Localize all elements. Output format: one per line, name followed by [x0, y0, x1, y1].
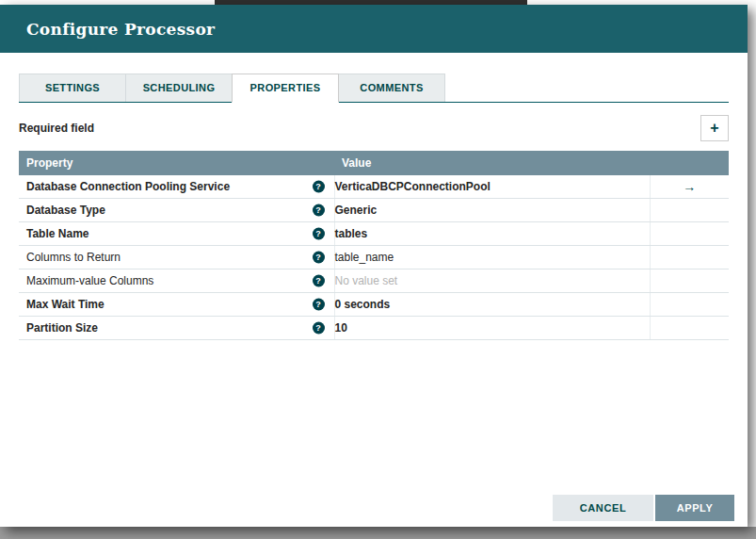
- tab-strip: SETTINGS SCHEDULING PROPERTIES COMMENTS: [19, 74, 729, 103]
- property-value[interactable]: 10: [335, 321, 347, 335]
- dialog-body: SETTINGS SCHEDULING PROPERTIES COMMENTS …: [0, 74, 748, 340]
- property-value[interactable]: table_name: [335, 251, 394, 264]
- add-property-button[interactable]: +: [700, 115, 729, 141]
- goto-service-icon[interactable]: →: [683, 179, 696, 194]
- table-row[interactable]: Partition Size? 10: [19, 317, 729, 340]
- property-value[interactable]: No value set: [335, 274, 398, 287]
- table-row[interactable]: Max Wait Time? 0 seconds: [19, 293, 729, 317]
- table-row[interactable]: Maximum-value Columns? No value set: [19, 270, 729, 293]
- required-field-label: Required field: [19, 122, 94, 135]
- help-icon[interactable]: ?: [313, 252, 325, 264]
- help-icon[interactable]: ?: [313, 299, 325, 311]
- property-name: Columns to Return: [19, 251, 121, 264]
- tab-scheduling[interactable]: SCHEDULING: [125, 74, 233, 102]
- help-icon[interactable]: ?: [313, 228, 325, 240]
- help-icon[interactable]: ?: [313, 275, 325, 287]
- property-name: Partition Size: [19, 321, 98, 335]
- property-name: Table Name: [19, 227, 88, 240]
- cancel-button[interactable]: CANCEL: [553, 495, 653, 521]
- property-value[interactable]: Generic: [335, 204, 378, 217]
- property-name: Max Wait Time: [19, 298, 105, 311]
- property-value[interactable]: 0 seconds: [335, 298, 391, 311]
- dialog-header: Configure Processor: [0, 5, 748, 53]
- apply-button[interactable]: APPLY: [655, 495, 734, 521]
- tab-properties[interactable]: PROPERTIES: [232, 74, 339, 103]
- column-header-value: Value: [334, 151, 650, 175]
- table-toolbar: Required field +: [19, 115, 729, 141]
- table-row[interactable]: Database Type? Generic: [19, 199, 729, 222]
- property-name: Database Type: [19, 204, 105, 217]
- page-background-bottom: [0, 527, 756, 539]
- configure-processor-dialog: Configure Processor SETTINGS SCHEDULING …: [0, 5, 748, 527]
- tab-settings[interactable]: SETTINGS: [19, 74, 126, 102]
- property-name: Database Connection Pooling Service: [19, 180, 230, 193]
- tab-comments[interactable]: COMMENTS: [338, 74, 445, 102]
- column-header-property: Property: [19, 151, 334, 175]
- properties-table: Property Value Database Connection Pooli…: [19, 151, 729, 340]
- table-row[interactable]: Database Connection Pooling Service? Ver…: [19, 175, 729, 199]
- dialog-footer: CANCEL APPLY: [553, 495, 734, 521]
- table-row[interactable]: Columns to Return? table_name: [19, 246, 729, 270]
- property-value[interactable]: VerticaDBCPConnectionPool: [335, 180, 491, 193]
- column-header-actions: [650, 151, 729, 175]
- property-name: Maximum-value Columns: [19, 274, 153, 287]
- property-value[interactable]: tables: [335, 227, 368, 240]
- table-header-row: Property Value: [19, 151, 729, 175]
- help-icon[interactable]: ?: [313, 204, 325, 217]
- dialog-title: Configure Processor: [26, 20, 215, 39]
- help-icon[interactable]: ?: [313, 322, 325, 335]
- table-row[interactable]: Table Name? tables: [19, 222, 729, 246]
- help-icon[interactable]: ?: [313, 181, 325, 193]
- plus-icon: +: [710, 121, 718, 136]
